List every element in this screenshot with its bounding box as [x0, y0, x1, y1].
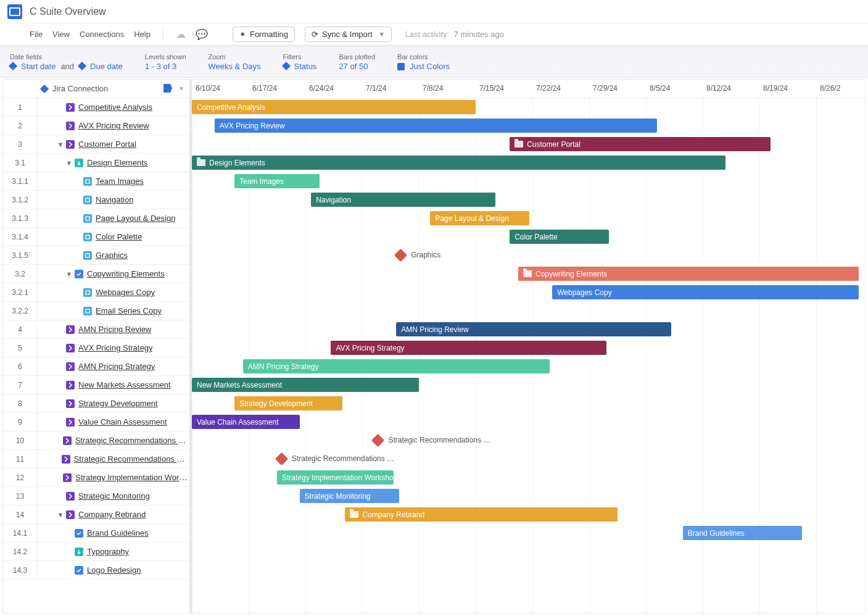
task-label[interactable]: New Markets Assessment [78, 380, 171, 389]
task-row[interactable]: 3.2.1Webpages Copy [3, 283, 189, 302]
task-label[interactable]: Design Elements [87, 158, 147, 167]
task-row[interactable]: 2AVX Pricing Review [3, 117, 189, 135]
task-row[interactable]: 3.1.4Color Palette [3, 228, 189, 246]
purple-icon [66, 344, 75, 352]
setting-bars-value[interactable]: 27 of 50 [339, 62, 375, 71]
task-row[interactable]: 8Strategy Development [3, 394, 189, 413]
gantt-bar[interactable]: Company Rebrand [345, 507, 618, 522]
task-row[interactable]: 3.1▼Design Elements [3, 154, 189, 172]
task-label[interactable]: Color Palette [96, 232, 142, 241]
task-row[interactable]: 3.1.1Team Images [3, 172, 189, 191]
gantt-bar[interactable]: Brand Guidelines [683, 526, 802, 540]
task-label[interactable]: Navigation [96, 195, 133, 204]
formatting-button[interactable]: ✴ Formatting [233, 27, 295, 42]
gantt-bar[interactable]: Strategic Monitoring [300, 489, 399, 503]
task-row[interactable]: 13Strategic Monitoring [3, 487, 189, 506]
menu-view[interactable]: View [52, 30, 70, 39]
task-label[interactable]: Typography [87, 547, 129, 556]
task-list-header[interactable]: Jira Connection ▼ [3, 80, 189, 98]
task-label[interactable]: AMN Pricing Strategy [78, 362, 155, 371]
menu-connections[interactable]: Connections [80, 30, 124, 39]
task-label[interactable]: Strategic Monitoring [78, 491, 150, 501]
task-row[interactable]: 6AMN Pricing Strategy [3, 357, 189, 376]
task-label[interactable]: Email Series Copy [96, 306, 162, 315]
setting-datefields-value[interactable]: Start date and Due date [10, 62, 123, 71]
task-label[interactable]: Strategy Development [78, 399, 158, 408]
expand-toggle[interactable]: ▼ [55, 141, 66, 148]
gantt-bar[interactable]: Page Layout & Design [430, 211, 529, 225]
task-label[interactable]: AVX Pricing Strategy [78, 343, 152, 352]
gantt-bar[interactable]: Copywriting Elements [518, 267, 859, 281]
cloud-icon[interactable]: ☁ [176, 28, 186, 40]
gantt-bar[interactable]: Competitive Analysis [192, 100, 476, 114]
chat-icon[interactable]: 💬 [196, 28, 208, 40]
task-row[interactable]: 5AVX Pricing Strategy [3, 339, 189, 357]
task-label[interactable]: Competitive Analysis [78, 102, 152, 112]
row-number: 12 [3, 468, 38, 486]
task-row[interactable]: 3.2.2Email Series Copy [3, 302, 189, 320]
expand-toggle[interactable]: ▼ [64, 270, 75, 278]
task-label[interactable]: AVX Pricing Review [78, 121, 149, 130]
task-row[interactable]: 3.1.5Graphics [3, 246, 189, 265]
task-row[interactable]: 4AMN Pricing Review [3, 320, 189, 339]
task-row[interactable]: 14.3Logo Redesign [3, 561, 189, 580]
milestone-icon[interactable] [275, 452, 288, 465]
task-label[interactable]: Value Chain Assessment [78, 417, 167, 427]
sync-import-button[interactable]: ⟳ Sync & Import ▼ [305, 27, 392, 42]
gantt-bar[interactable]: Strategy Development [234, 396, 342, 410]
milestone-icon[interactable] [371, 434, 384, 447]
task-label[interactable]: Graphics [96, 251, 128, 260]
menu-file[interactable]: File [30, 30, 43, 39]
task-label[interactable]: Strategy Implementation Workshops [75, 473, 189, 482]
task-row[interactable]: 14.1Brand Guidelines [3, 524, 189, 543]
gantt-bar[interactable]: AMN Pricing Review [396, 322, 671, 336]
task-label[interactable]: Logo Redesign [87, 565, 141, 575]
gantt-bar[interactable]: Design Elements [192, 156, 725, 170]
task-label[interactable]: Strategic Recommendations Discussion [74, 454, 189, 464]
task-row[interactable]: 3.1.2Navigation [3, 191, 189, 209]
task-row[interactable]: 9Value Chain Assessment [3, 413, 189, 431]
task-label[interactable]: Company Rebrand [78, 510, 146, 519]
gantt-bar[interactable]: Team Images [234, 174, 320, 188]
tag-icon[interactable] [163, 84, 172, 93]
expand-toggle[interactable]: ▼ [55, 511, 66, 518]
task-label[interactable]: Strategic Recommendations Delivery [75, 436, 189, 445]
task-label[interactable]: Page Layout & Design [96, 214, 175, 223]
task-label[interactable]: AMN Pricing Review [78, 325, 151, 334]
task-label[interactable]: Team Images [96, 177, 144, 186]
task-row[interactable]: 3.2▼Copywriting Elements [3, 265, 189, 283]
task-row[interactable]: 14.2Typography [3, 543, 189, 561]
task-row[interactable]: 10Strategic Recommendations Delivery [3, 431, 189, 450]
task-label[interactable]: Brand Guidelines [87, 528, 149, 538]
gantt-bar[interactable]: AMN Pricing Strategy [243, 359, 550, 373]
task-row[interactable]: 3.1.3Page Layout & Design [3, 209, 189, 228]
setting-filters-value[interactable]: Status [283, 62, 317, 71]
task-row[interactable]: 11Strategic Recommendations Discussion [3, 450, 189, 468]
menu-help[interactable]: Help [134, 30, 151, 39]
gantt-bar[interactable]: Webpages Copy [552, 285, 859, 299]
gantt-bar[interactable]: Strategy Implementation Workshops [277, 470, 394, 485]
setting-levels-value[interactable]: 1 - 3 of 3 [145, 62, 186, 71]
task-label[interactable]: Webpages Copy [96, 288, 155, 297]
gantt-bar[interactable]: New Markets Assessment [192, 378, 419, 392]
task-row[interactable]: 1Competitive Analysis [3, 98, 189, 117]
task-row[interactable]: 3▼Customer Portal [3, 135, 189, 154]
gantt-bar[interactable]: AVX Pricing Review [215, 119, 658, 133]
gantt-bar[interactable]: Color Palette [510, 230, 609, 244]
task-label[interactable]: Customer Portal [78, 139, 136, 149]
task-row[interactable]: 7New Markets Assessment [3, 376, 189, 394]
task-row[interactable]: 12Strategy Implementation Workshops [3, 468, 189, 487]
gantt-bar[interactable]: Navigation [311, 193, 495, 207]
gantt-pane[interactable]: 6/10/246/17/246/24/247/1/247/8/247/15/24… [192, 80, 865, 613]
task-row[interactable]: 14▼Company Rebrand [3, 506, 189, 524]
task-label[interactable]: Copywriting Elements [87, 269, 165, 278]
gantt-bar[interactable]: Customer Portal [510, 137, 771, 151]
setting-zoom-value[interactable]: Weeks & Days [209, 62, 261, 71]
expand-toggle[interactable]: ▼ [64, 159, 75, 167]
setting-colors-value[interactable]: Just Colors [397, 62, 450, 71]
milestone-label: Strategic Recommendations De… [388, 436, 493, 444]
gantt-bar[interactable]: Value Chain Assessment [192, 415, 300, 429]
gantt-bar[interactable]: AVX Pricing Strategy [331, 341, 606, 355]
milestone-icon[interactable] [394, 249, 407, 262]
caret-down-icon[interactable]: ▼ [178, 85, 184, 92]
